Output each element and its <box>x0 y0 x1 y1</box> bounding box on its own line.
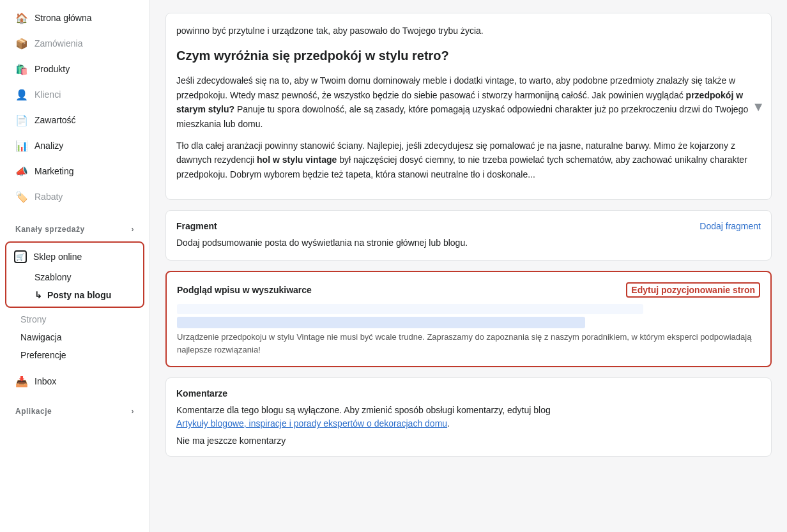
customers-icon: 👤 <box>15 88 28 101</box>
seo-url-preview <box>177 304 643 314</box>
comments-description: Komentarze dla tego blogu są wyłączone. … <box>176 404 761 430</box>
comments-title: Komentarze <box>176 388 227 399</box>
fragment-description: Dodaj podsumowanie posta do wyświetlania… <box>176 236 761 250</box>
seo-title-label: Podgląd wpisu w wyszukiwarce <box>177 285 312 295</box>
sidebar-item-posty-na-blogu[interactable]: ↳ Posty na blogu <box>6 286 143 304</box>
seo-header: Podgląd wpisu w wyszukiwarce Edytuj pozy… <box>177 282 760 298</box>
content-scroll-area: powinno być przytulne i urządzone tak, a… <box>150 0 787 532</box>
scroll-indicator-icon: ▼ <box>752 99 765 114</box>
sidebar-item-inbox[interactable]: 📥 Inbox <box>5 369 144 393</box>
sidebar-item-analizy[interactable]: 📊 Analizy <box>5 133 144 158</box>
sidebar-item-szablony[interactable]: Szablony <box>6 268 143 286</box>
content-icon: 📄 <box>15 114 28 126</box>
seo-card: Podgląd wpisu w wyszukiwarce Edytuj pozy… <box>165 271 772 367</box>
seo-preview: Urządzenie przedpokoju w stylu Vintage n… <box>177 304 760 356</box>
article-para2: Tło dla całej aranżacji powinny stanowić… <box>176 139 761 181</box>
article-intro: powinno być przytulne i urządzone tak, a… <box>176 24 761 38</box>
products-icon: 🛍️ <box>15 63 28 75</box>
add-fragment-link[interactable]: Dodaj fragment <box>699 221 761 231</box>
discounts-icon: 🏷️ <box>15 190 28 203</box>
seo-title-preview <box>177 317 585 328</box>
edit-seo-link[interactable]: Edytuj pozycjonowanie stron <box>626 282 760 298</box>
sidebar-item-rabaty: 🏷️ Rabaty <box>5 185 144 209</box>
sidebar-item-marketing[interactable]: 📣 Marketing <box>5 159 144 183</box>
fragment-header: Fragment Dodaj fragment <box>176 221 761 231</box>
home-icon: 🏠 <box>15 11 28 24</box>
fragment-title: Fragment <box>176 221 217 231</box>
sidebar-item-nawigacja[interactable]: Nawigacja <box>0 328 149 346</box>
sidebar-item-strony[interactable]: Strony <box>0 310 149 328</box>
no-comments-text: Nie ma jeszcze komentarzy <box>176 436 761 446</box>
article-heading: Czym wyróżnia się przedpokój w stylu ret… <box>176 45 761 66</box>
article-body: powinno być przytulne i urządzone tak, a… <box>176 24 761 181</box>
sidebar: 🏠 Strona główna 📦 Zamówienia 🛍️ Produkty… <box>0 0 150 532</box>
aplikacje-label: Aplikacje › <box>5 399 144 418</box>
sidebar-item-klienci: 👤 Klienci <box>5 82 144 107</box>
sklep-online-icon: 🛒 <box>14 250 27 263</box>
seo-description-text: Urządzenie przedpokoju w stylu Vintage n… <box>177 331 760 356</box>
comments-card: Komentarze Komentarze dla tego blogu są … <box>165 377 772 457</box>
orders-icon: 📦 <box>15 37 28 50</box>
inbox-icon: 📥 <box>15 375 28 388</box>
sidebar-item-zamowienia: 📦 Zamówienia <box>5 31 144 56</box>
sklep-online-header[interactable]: 🛒 Sklep online <box>6 245 143 268</box>
fragment-card: Fragment Dodaj fragment Dodaj podsumowan… <box>165 210 772 261</box>
sidebar-item-strona-glowna[interactable]: 🏠 Strona główna <box>5 6 144 30</box>
main-content-area: powinno być przytulne i urządzone tak, a… <box>150 0 787 532</box>
sklep-online-group: 🛒 Sklep online Szablony ↳ Posty na blogu <box>5 241 144 308</box>
sidebar-item-zawartosc[interactable]: 📄 Zawartość <box>5 108 144 132</box>
analytics-icon: 📊 <box>15 139 28 152</box>
article-para1: Jeśli zdecydowałeś się na to, aby w Twoi… <box>176 73 761 131</box>
marketing-icon: 📣 <box>15 165 28 178</box>
blog-link[interactable]: Artykuły blogowe, inspiracje i porady ek… <box>176 418 447 429</box>
comments-header: Komentarze <box>176 388 761 399</box>
sidebar-item-produkty[interactable]: 🛍️ Produkty <box>5 57 144 81</box>
kanaly-sprzedazy-label: Kanały sprzedaży › <box>5 217 144 236</box>
sidebar-item-preferencje[interactable]: Preferencje <box>0 346 149 364</box>
article-card: powinno być przytulne i urządzone tak, a… <box>165 13 772 200</box>
